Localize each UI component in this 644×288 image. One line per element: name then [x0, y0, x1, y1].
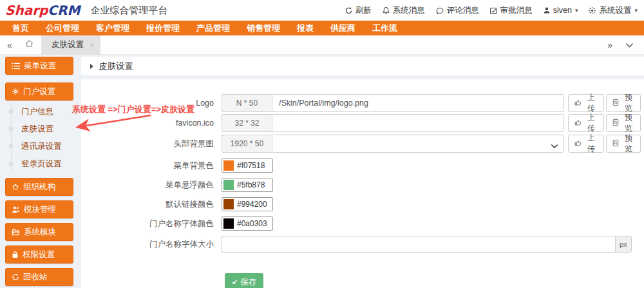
color-swatch	[223, 160, 234, 171]
check-icon: ✔	[232, 278, 238, 287]
nav-item-customer[interactable]: 客户管理	[88, 21, 138, 35]
portal-name-font-size-input[interactable]	[222, 236, 615, 253]
refresh-label: 刷新	[355, 5, 372, 16]
settings-sidebar: 菜单设置 门户设置 门户信息 皮肤设置 通讯录设置	[0, 55, 79, 288]
sidebar-item-label: 系统模块	[24, 227, 56, 238]
save-label: 保存	[240, 277, 256, 288]
sidebar-subitem-contacts-settings[interactable]: 通讯录设置	[12, 138, 73, 155]
gear-icon	[588, 6, 596, 15]
tab-list-dropdown-button[interactable]	[625, 40, 634, 50]
sidebar-item-module-management[interactable]: 模块管理	[5, 200, 73, 218]
color-hex-value: #0a0303	[237, 219, 267, 228]
app-window: SharpCRM 企业综合管理平台 刷新 系统消息 评论消息 审批消息 si	[0, 0, 644, 288]
lock-icon	[12, 251, 19, 258]
main-nav: 首页 公司管理 客户管理 报价管理 产品管理 销售管理 报表 供应商 工作流	[0, 21, 644, 35]
default-link-color-picker[interactable]: #994200	[222, 197, 273, 211]
tab-skin-settings[interactable]: 皮肤设置 ×	[41, 35, 100, 55]
sidebar-item-system-modules[interactable]: 系统模块	[5, 223, 73, 241]
preview-document-icon	[612, 139, 620, 149]
system-messages-button[interactable]: 系统消息	[382, 5, 425, 16]
system-settings-label: 系统设置	[599, 5, 631, 16]
logo-input-group: N * 50	[222, 94, 564, 112]
sidebar-subitem-login-page-settings[interactable]: 登录页设置	[12, 155, 73, 173]
chevron-down-icon[interactable]	[551, 140, 558, 151]
color-hex-value: #f07518	[237, 161, 265, 170]
upload-label: 上传	[584, 92, 598, 114]
logo-path-input[interactable]	[272, 94, 564, 112]
collapse-tabs-left-button[interactable]: «	[0, 40, 19, 50]
chevron-down-icon: ▾	[575, 7, 578, 14]
menu-hover-color-label: 菜单悬浮颜色	[81, 180, 222, 191]
sidebar-item-menu-settings[interactable]: 菜单设置	[5, 57, 73, 75]
sidebar-item-label: 门户设置	[23, 86, 55, 97]
sidebar-item-label: 菜单设置	[24, 61, 56, 72]
nav-item-quotation[interactable]: 报价管理	[138, 21, 188, 35]
user-name: siven	[553, 6, 572, 15]
nav-item-report[interactable]: 报表	[289, 21, 322, 35]
user-menu[interactable]: siven ▾	[543, 6, 578, 15]
list-icon	[12, 62, 20, 70]
logo-upload-button[interactable]: 上传	[568, 94, 604, 112]
bullet-icon	[9, 127, 13, 131]
comment-messages-button[interactable]: 评论消息	[435, 5, 479, 16]
nav-item-company[interactable]: 公司管理	[37, 21, 88, 35]
menu-background-color-row: 菜单背景色 #f07518	[81, 158, 641, 173]
page-body: 菜单设置 门户设置 门户信息 皮肤设置 通讯录设置	[0, 55, 644, 288]
color-hex-value: #994200	[237, 200, 267, 209]
header-bg-input[interactable]	[272, 135, 564, 153]
nav-item-sales[interactable]: 销售管理	[238, 21, 289, 35]
sidebar-item-organization[interactable]: 组织机构	[5, 178, 73, 196]
sidebar-item-label: 模块管理	[24, 204, 56, 215]
favicon-path-input[interactable]	[272, 114, 564, 132]
color-swatch	[223, 180, 234, 190]
expand-tabs-right-button[interactable]: »	[607, 40, 612, 50]
bullet-icon	[9, 144, 13, 148]
system-settings-menu[interactable]: 系统设置 ▾	[588, 5, 638, 16]
font-size-input-group: px	[222, 236, 632, 253]
sidebar-item-recycle-bin[interactable]: 回收站	[5, 268, 73, 286]
logo-preview-button[interactable]: 预览	[606, 94, 641, 112]
menu-bg-color-picker[interactable]: #f07518	[222, 158, 273, 173]
refresh-button[interactable]: 刷新	[345, 5, 372, 16]
portal-name-font-size-row: 门户名称字体大小 px	[81, 236, 641, 253]
sidebar-item-label: 回收站	[23, 272, 48, 283]
sidebar-item-label: 权限设置	[23, 249, 55, 260]
portal-name-font-size-label: 门户名称字体大小	[81, 239, 222, 250]
sidebar-subitem-skin-settings[interactable]: 皮肤设置	[12, 120, 73, 138]
nav-item-product[interactable]: 产品管理	[188, 21, 238, 35]
sidebar-item-permission-settings[interactable]: 权限设置	[5, 245, 73, 264]
sidebar-item-portal-settings[interactable]: 门户设置	[5, 82, 73, 101]
save-button[interactable]: ✔ 保存	[225, 273, 263, 288]
header-bg-upload-button[interactable]: 上传	[568, 135, 604, 153]
portal-name-font-color-picker[interactable]: #0a0303	[222, 216, 273, 231]
home-tab-button[interactable]	[19, 39, 39, 51]
nav-item-supplier[interactable]: 供应商	[322, 21, 364, 35]
approval-messages-label: 审批消息	[500, 5, 533, 16]
favicon-preview-button[interactable]: 预览	[606, 114, 641, 132]
menu-bg-color-label: 菜单背景色	[81, 160, 222, 171]
preview-label: 预览	[622, 112, 635, 134]
color-swatch	[223, 199, 234, 209]
thumb-up-icon	[574, 139, 582, 149]
gear-icon	[12, 88, 19, 95]
header-bg-preview-button[interactable]: 预览	[606, 135, 641, 153]
color-swatch	[223, 218, 234, 229]
favicon-upload-button[interactable]: 上传	[568, 114, 604, 132]
favicon-input-group: 32 * 32	[222, 114, 564, 132]
top-header: SharpCRM 企业综合管理平台 刷新 系统消息 评论消息 审批消息 si	[0, 0, 644, 21]
upload-label: 上传	[584, 112, 598, 134]
header-bg-select[interactable]	[272, 135, 564, 153]
approval-messages-button[interactable]: 审批消息	[489, 5, 533, 16]
app-subtitle: 企业综合管理平台	[90, 5, 167, 17]
close-icon[interactable]: ×	[90, 41, 94, 49]
favicon-row: favicon.ico 32 * 32 上传 预览	[81, 114, 641, 132]
favicon-size-addon: 32 * 32	[222, 114, 272, 132]
portal-name-font-color-label: 门户名称字体颜色	[81, 218, 222, 229]
bell-icon	[382, 6, 390, 15]
nav-item-workflow[interactable]: 工作流	[364, 21, 406, 35]
menu-hover-color-picker[interactable]: #5fb878	[222, 178, 273, 192]
sidebar-item-label: 组织机构	[23, 182, 55, 193]
sidebar-subitem-portal-info[interactable]: 门户信息	[12, 103, 73, 120]
nav-item-home[interactable]: 首页	[4, 21, 37, 35]
user-icon	[543, 6, 551, 14]
